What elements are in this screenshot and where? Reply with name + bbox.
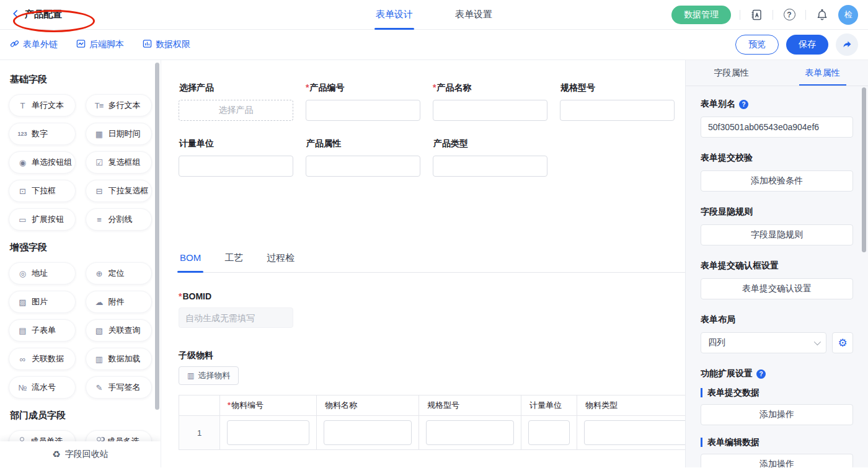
field-product-name[interactable]: *产品名称 [433, 82, 547, 121]
submit-confirm-button[interactable]: 表单提交确认设置 [701, 278, 853, 299]
address-book-icon[interactable] [749, 7, 764, 22]
sidebar-item-select[interactable]: ⊡下拉框 [9, 180, 76, 202]
gear-icon: ⚙ [838, 337, 847, 350]
add-submit-action-button[interactable]: 添加操作 [701, 404, 853, 425]
col-material-name: 物料名称 [317, 395, 419, 416]
field-visibility-button[interactable]: 字段显隐规则 [701, 224, 853, 245]
share-button[interactable] [836, 33, 858, 56]
material-code-input[interactable] [227, 420, 309, 445]
divider [805, 10, 806, 20]
tab-bom[interactable]: BOM [179, 252, 202, 272]
checkbox-icon: ☑ [94, 158, 104, 167]
radio-icon: ◉ [17, 158, 27, 167]
script-icon [76, 39, 86, 50]
product-type-input[interactable] [433, 156, 547, 177]
sidebar-item-single-line-text[interactable]: T单行文本 [9, 94, 76, 117]
unit-input[interactable] [179, 156, 293, 177]
field-product-code[interactable]: *产品编号 [306, 82, 420, 121]
material-unit-input[interactable] [528, 420, 570, 445]
form-alias-section: 表单别名? [701, 99, 853, 138]
external-link-button[interactable]: 表单外链 [10, 39, 58, 50]
tab-process-check[interactable]: 过程检 [265, 252, 296, 272]
share-icon [841, 39, 852, 50]
link-icon [10, 39, 19, 50]
question-icon[interactable]: ? [756, 369, 766, 379]
col-material-code: *物料编号 [220, 395, 317, 416]
sidebar-item-location[interactable]: ⊕定位 [86, 262, 153, 285]
sidebar-item-radio-group[interactable]: ◉单选按钮组 [9, 151, 76, 174]
sidebar-item-divider[interactable]: ≡分割线 [86, 208, 153, 231]
extension-label: 功能扩展设置 [701, 368, 753, 379]
sidebar-item-image[interactable]: ▨图片 [9, 291, 76, 313]
sidebar-item-subform[interactable]: ▤子表单 [9, 319, 76, 342]
map-pin-icon: ◎ [17, 269, 27, 278]
table-header-row: *物料编号 物料名称 规格型号 计量单位 物料类型 [179, 395, 686, 416]
sidebar-item-data-load[interactable]: ▥数据加载 [86, 348, 153, 370]
field-product-attr[interactable]: 产品属性 [306, 138, 420, 177]
product-code-input[interactable] [306, 100, 420, 121]
add-edit-action-button[interactable]: 添加操作 [701, 454, 853, 467]
field-select-product[interactable]: 选择产品 选择产品 [179, 82, 293, 121]
header-actions: 数据管理 ? 检 [671, 5, 858, 25]
sidebar-item-multi-line-text[interactable]: T≡多行文本 [86, 94, 153, 117]
bomid-label: *BOMID [179, 291, 685, 301]
serial-icon: № [17, 383, 27, 392]
submit-validation-section: 表单提交校验 添加校验条件 [701, 152, 853, 192]
product-name-input[interactable] [433, 100, 547, 121]
layout-settings-button[interactable]: ⚙ [832, 332, 853, 353]
sidebar-item-extend-button[interactable]: ▭扩展按钮 [9, 208, 76, 231]
back-chevron-icon [11, 9, 20, 20]
sidebar-item-address[interactable]: ◎地址 [9, 262, 76, 285]
avatar[interactable]: 检 [838, 5, 858, 25]
add-validation-button[interactable]: 添加校验条件 [701, 170, 853, 192]
sidebar-item-multi-select[interactable]: ⊟下拉复选框 [86, 180, 153, 202]
field-spec-model[interactable]: 规格型号 [560, 82, 675, 121]
tab-form-properties[interactable]: 表单属性 [777, 60, 868, 86]
preview-button[interactable]: 预览 [735, 35, 779, 55]
select-product-picker[interactable]: 选择产品 [179, 100, 293, 121]
data-manage-button[interactable]: 数据管理 [671, 6, 731, 24]
tab-field-properties[interactable]: 字段属性 [686, 60, 777, 86]
field-unit[interactable]: 计量单位 [179, 138, 293, 177]
material-name-input[interactable] [324, 420, 412, 445]
tab-process[interactable]: 工艺 [223, 252, 244, 272]
form-alias-label: 表单别名 [701, 99, 735, 110]
panel-scrollbar[interactable] [862, 87, 866, 252]
data-permission-button[interactable]: 数据权限 [143, 39, 190, 50]
material-spec-input[interactable] [426, 420, 514, 445]
layout-select[interactable]: 四列 [701, 332, 826, 353]
sidebar-item-relate-query[interactable]: ▧关联查询 [86, 319, 153, 342]
app-header: 产品配置 表单设计 表单设置 数据管理 ? 检 [0, 0, 868, 30]
back-button[interactable]: 产品配置 [10, 6, 68, 23]
toolbar-actions: 预览 保存 [735, 33, 858, 56]
form-alias-input[interactable] [701, 117, 853, 138]
field-product-type[interactable]: 产品类型 [433, 138, 547, 177]
sidebar-item-number[interactable]: 123数字 [9, 123, 76, 145]
tab-form-design[interactable]: 表单设计 [374, 0, 414, 30]
calendar-icon: ▦ [94, 130, 104, 139]
sidebar-item-signature[interactable]: ✎手写签名 [86, 376, 153, 399]
save-button[interactable]: 保存 [786, 35, 828, 55]
form-canvas: 选择产品 选择产品 *产品编号 *产品名称 规格型号 计量单位 产品属性 [161, 60, 685, 467]
help-icon[interactable]: ? [782, 7, 797, 22]
tab-form-settings[interactable]: 表单设置 [454, 0, 494, 30]
sidebar-item-serial-number[interactable]: №流水号 [9, 376, 76, 399]
col-spec-model: 规格型号 [419, 395, 521, 416]
material-type-input[interactable] [584, 420, 685, 445]
field-recycle-bin[interactable]: ♻ 字段回收站 [0, 441, 161, 467]
form-layout-section: 表单布局 四列 ⚙ [701, 314, 853, 353]
pen-icon: ✎ [94, 383, 104, 392]
select-material-button[interactable]: ▥ 选择物料 [179, 366, 239, 385]
sidebar-item-datetime[interactable]: ▦日期时间 [86, 123, 153, 145]
sidebar-item-attachment[interactable]: ☁附件 [86, 291, 153, 313]
product-attr-input[interactable] [306, 156, 420, 177]
bar-chart-icon: ▥ [94, 355, 104, 364]
sidebar-item-checkbox-group[interactable]: ☑复选框组 [86, 151, 153, 174]
backend-script-button[interactable]: 后端脚本 [76, 39, 124, 50]
question-icon[interactable]: ? [739, 100, 748, 109]
spec-model-input[interactable] [560, 100, 675, 121]
sidebar-item-relate-data[interactable]: ∞关联数据 [9, 348, 76, 370]
bell-icon[interactable] [815, 7, 830, 22]
sidebar-scrollbar[interactable] [155, 63, 159, 410]
bomid-input[interactable] [179, 307, 293, 328]
